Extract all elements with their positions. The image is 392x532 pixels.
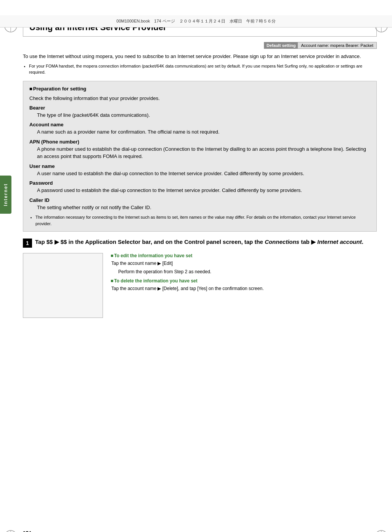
- default-setting-container: Default setting Account name: mopera Bea…: [23, 42, 377, 49]
- header-text: 00M1000EN.book 174 ページ ２００４年１１月２４日 水曜日 午…: [116, 18, 275, 24]
- step1-container: 1 Tap $$ ▶ $$ in the Application Selecto…: [23, 238, 377, 318]
- term-bearer: Bearer The type of line (packet/64K data…: [29, 105, 370, 119]
- term-bearer-desc: The type of line (packet/64K data commun…: [37, 111, 370, 119]
- corner-decoration-br: [374, 529, 389, 532]
- preparation-heading: Preparation for setting: [29, 86, 370, 92]
- term-callerid-desc: The setting whether notify or not notify…: [37, 204, 370, 211]
- badge-value: Account name: mopera Bearer: Packet: [298, 42, 376, 48]
- badge-label: Default setting: [264, 42, 298, 48]
- step1-header: 1 Tap $$ ▶ $$ in the Application Selecto…: [23, 238, 377, 248]
- header-bar: 00M1000EN.book 174 ページ ２００４年１１月２４日 水曜日 午…: [0, 15, 392, 27]
- intro-bullet-list: For your FOMA handset, the mopera connec…: [29, 63, 377, 76]
- screenshot-placeholder: [23, 253, 103, 318]
- intro-bullet-item: For your FOMA handset, the mopera connec…: [29, 63, 377, 76]
- step1-text: Tap $$ ▶ $$ in the Application Selector …: [35, 238, 363, 246]
- delete-note-heading: To delete the information you have set: [111, 278, 377, 284]
- preparation-footer-item: The information necessary for connecting…: [35, 214, 370, 227]
- edit-note-line2: Perform the operation from Step 2 as nee…: [118, 268, 377, 275]
- page-number: 174: [23, 530, 31, 532]
- intro-text: To use the Internet without using mopera…: [23, 53, 377, 61]
- term-apn-desc: A phone number used to establish the dia…: [37, 145, 370, 160]
- preparation-footer-list: The information necessary for connecting…: [35, 214, 370, 227]
- term-username: User name A user name used to establish …: [29, 163, 370, 177]
- term-username-title: User name: [29, 163, 370, 169]
- term-password: Password A password used to establish th…: [29, 180, 370, 194]
- term-callerid-title: Caller ID: [29, 197, 370, 203]
- step1-notes: To edit the information you have set Tap…: [111, 253, 377, 293]
- edit-note-heading: To edit the information you have set: [111, 253, 377, 258]
- term-apn: APN (Phone number) A phone number used t…: [29, 139, 370, 160]
- page-container: 00M1000EN.book 174 ページ ２００４年１１月２４日 水曜日 午…: [0, 15, 392, 532]
- term-apn-title: APN (Phone number): [29, 139, 370, 145]
- preparation-intro: Check the following information that you…: [29, 95, 370, 103]
- term-password-title: Password: [29, 180, 370, 186]
- delete-note-line1: Tap the account name ▶ [Delete], and tap…: [111, 285, 377, 292]
- default-setting-badge: Default setting Account name: mopera Bea…: [264, 42, 377, 49]
- corner-decoration-bl: [3, 529, 18, 532]
- sidebar-tab: Internet: [0, 176, 11, 214]
- term-account-desc: A name such as a provider name for confi…: [37, 128, 370, 136]
- term-account: Account name A name such as a provider n…: [29, 122, 370, 136]
- step1-details: To edit the information you have set Tap…: [23, 253, 377, 318]
- term-bearer-title: Bearer: [29, 105, 370, 111]
- step1-number: 1: [23, 239, 32, 248]
- term-account-title: Account name: [29, 122, 370, 127]
- content-area: Using an Internet Service Provider Defau…: [23, 15, 377, 318]
- sidebar-label: Internet: [3, 183, 8, 206]
- term-password-desc: A password used to establish the dial-up…: [37, 187, 370, 194]
- edit-note-line1: Tap the account name ▶ [Edit]: [111, 260, 377, 267]
- info-box: Preparation for setting Check the follow…: [23, 81, 377, 232]
- term-callerid: Caller ID The setting whether notify or …: [29, 197, 370, 211]
- term-username-desc: A user name used to establish the dial-u…: [37, 170, 370, 177]
